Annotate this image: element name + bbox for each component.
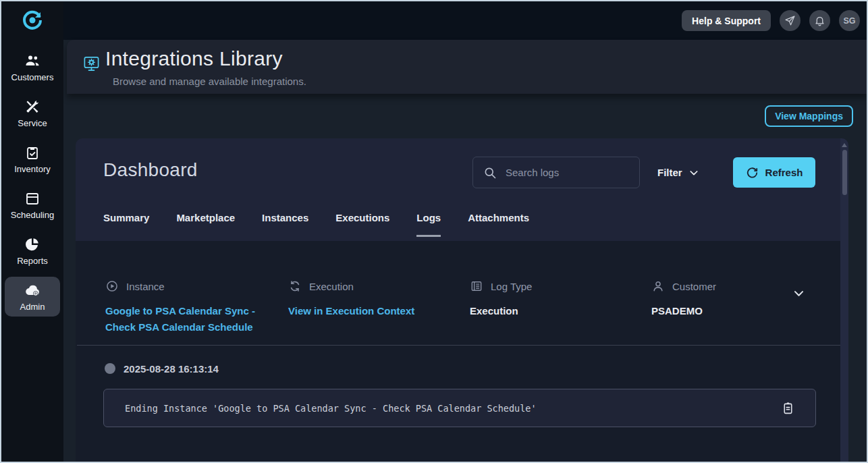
bell-icon (814, 15, 825, 26)
sidebar-item-customers[interactable]: Customers (5, 47, 60, 87)
dashboard-title: Dashboard (103, 159, 198, 181)
app-logo-icon[interactable] (20, 8, 45, 32)
person-icon (651, 279, 665, 293)
tab-attachments[interactable]: Attachments (468, 212, 529, 237)
customers-icon (24, 53, 40, 69)
scroll-up-arrow[interactable] (842, 143, 847, 147)
dashboard-tabs: Summary Marketplace Instances Executions… (103, 212, 529, 237)
topbar: Help & Support SG (63, 1, 867, 40)
sidebar-item-reports[interactable]: Reports (5, 231, 60, 271)
instance-link[interactable]: Google to PSA Calendar Sync - Check PSA … (105, 303, 259, 335)
tab-marketplace[interactable]: Marketplace (176, 212, 235, 237)
sidebar-item-label: Admin (20, 302, 45, 312)
context-field-label: Execution (309, 281, 354, 292)
refresh-label: Refresh (765, 167, 803, 178)
collapse-chevron-icon[interactable] (792, 287, 805, 300)
copy-clipboard-icon[interactable] (781, 401, 795, 415)
sync-icon (288, 279, 302, 293)
sidebar-item-service[interactable]: Service (5, 93, 60, 133)
avatar[interactable]: SG (839, 10, 860, 31)
reports-icon (24, 236, 40, 252)
card-scrollbar[interactable] (840, 138, 848, 462)
context-field-customer: Customer PSADEMO (651, 279, 716, 319)
sidebar-item-label: Reports (17, 256, 48, 266)
sidebar-item-admin[interactable]: Admin (5, 277, 60, 317)
context-field-execution: Execution View in Execution Context (288, 279, 414, 319)
sidebar-nav: Customers Service Inventory Scheduling R… (1, 47, 63, 317)
scheduling-icon (24, 190, 40, 207)
refresh-icon (746, 166, 759, 179)
dashboard-card: Dashboard Filter Refresh Summary Marketp… (76, 138, 848, 462)
main-content: View Mappings Dashboard Filter Refresh S… (63, 94, 867, 462)
sidebar-item-label: Service (18, 118, 47, 128)
page-subtitle: Browse and manage available integrations… (113, 76, 306, 87)
notifications-button[interactable] (809, 10, 830, 31)
filter-dropdown[interactable]: Filter (657, 157, 699, 188)
search-box[interactable] (472, 157, 640, 188)
context-field-label: Customer (672, 281, 716, 292)
log-message: Ending Instance 'Google to PSA Calendar … (104, 403, 781, 414)
play-circle-icon (105, 279, 119, 293)
refresh-button[interactable]: Refresh (733, 157, 815, 188)
tab-executions[interactable]: Executions (335, 212, 389, 237)
search-input[interactable] (506, 167, 620, 178)
avatar-initials: SG (843, 16, 855, 26)
log-type-value: Execution (470, 303, 532, 319)
sidebar-item-label: Scheduling (11, 210, 54, 220)
page-title: Integrations Library (105, 47, 283, 70)
context-field-instance: Instance Google to PSA Calendar Sync - C… (105, 279, 259, 335)
scrollbar-thumb[interactable] (842, 150, 847, 195)
context-field-log-type: Log Type Execution (470, 279, 532, 319)
sidebar-item-label: Customers (11, 72, 54, 82)
search-icon (483, 166, 497, 180)
log-entry: Ending Instance 'Google to PSA Calendar … (103, 389, 816, 427)
timeline-dot (105, 363, 115, 374)
integrations-library-icon (82, 55, 101, 73)
newspaper-icon (470, 279, 483, 293)
sidebar-item-label: Inventory (14, 164, 50, 174)
filter-label: Filter (657, 167, 682, 178)
sidebar-item-scheduling[interactable]: Scheduling (5, 185, 60, 225)
admin-icon (24, 282, 40, 298)
chevron-down-icon (688, 167, 699, 178)
sidebar-item-inventory[interactable]: Inventory (5, 139, 60, 179)
logs-panel: Instance Google to PSA Calendar Sync - C… (76, 241, 848, 462)
inventory-icon (24, 144, 40, 161)
help-support-button[interactable]: Help & Support (682, 10, 771, 31)
tab-instances[interactable]: Instances (262, 212, 308, 237)
context-field-label: Instance (126, 281, 165, 292)
customer-value: PSADEMO (651, 303, 716, 319)
service-icon (24, 99, 40, 115)
divider (77, 345, 840, 346)
send-icon (784, 15, 796, 26)
send-button[interactable] (780, 10, 801, 31)
tab-logs[interactable]: Logs (416, 212, 441, 237)
tab-summary[interactable]: Summary (103, 212, 149, 237)
sidebar: Customers Service Inventory Scheduling R… (1, 1, 63, 462)
context-field-label: Log Type (491, 281, 532, 292)
execution-context-link[interactable]: View in Execution Context (288, 303, 414, 319)
log-timestamp: 2025-08-28 16:13:14 (124, 363, 219, 375)
view-mappings-button[interactable]: View Mappings (765, 105, 853, 127)
page-header: Integrations Library Browse and manage a… (67, 40, 867, 94)
